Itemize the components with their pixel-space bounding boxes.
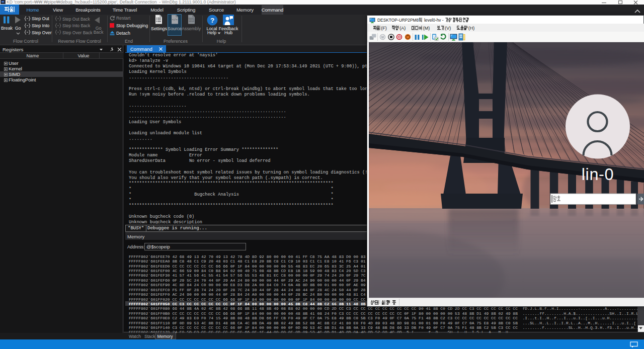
svg-text:</>: </> xyxy=(172,18,177,22)
svg-text:1010: 1010 xyxy=(189,20,194,23)
svg-text:?: ? xyxy=(210,17,214,24)
svg-text:lin-0: lin-0 xyxy=(582,165,614,184)
